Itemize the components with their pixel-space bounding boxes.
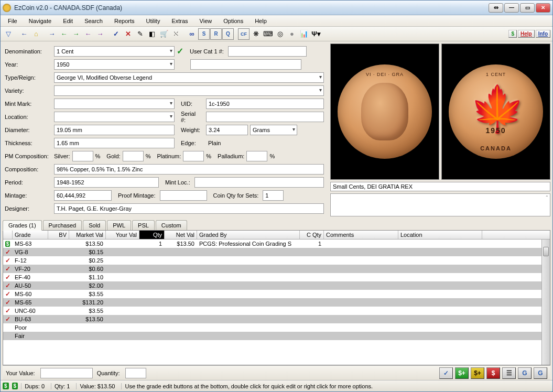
col-cqty[interactable]: C Qty — [300, 231, 324, 239]
variety-select[interactable] — [54, 85, 324, 96]
nav-forward-blue-icon[interactable]: → — [46, 28, 58, 40]
composition-input[interactable] — [54, 164, 324, 175]
maximize-button[interactable]: ▭ — [520, 3, 535, 13]
year-extra-input[interactable] — [190, 59, 301, 70]
r-box-icon[interactable]: R — [210, 28, 222, 40]
mintloc-input[interactable] — [194, 177, 324, 188]
cart-x-icon[interactable]: ⛌ — [170, 28, 182, 40]
tab-purchased[interactable]: Purchased — [43, 220, 82, 230]
nav-forward-green-icon[interactable]: → — [70, 28, 82, 40]
silver-input[interactable] — [72, 151, 93, 161]
reverse-image[interactable]: 1 CENT 🍁 1950 CANADA — [441, 43, 550, 180]
col-marketval[interactable]: Market Val — [69, 231, 106, 239]
remove-button[interactable]: $ — [486, 367, 500, 379]
nav-home-icon[interactable]: ⌂ — [30, 28, 42, 40]
tab-sold[interactable]: Sold — [83, 220, 106, 230]
col-location[interactable]: Location — [398, 231, 482, 239]
confirm-button[interactable]: ✓ — [439, 367, 453, 379]
menu-extras[interactable]: Extras — [166, 16, 193, 26]
platinum-input[interactable] — [183, 151, 204, 161]
check-icon[interactable]: ✓ — [110, 28, 122, 40]
nav-forward-purple-icon[interactable]: → — [94, 28, 106, 40]
col-icon[interactable] — [3, 231, 13, 239]
proofmint-input[interactable] — [160, 190, 207, 201]
mintage-input[interactable] — [54, 190, 112, 201]
image-notes[interactable] — [330, 193, 550, 216]
delete-icon[interactable]: ✕ — [122, 28, 134, 40]
psi-icon[interactable]: Ψ▾ — [310, 28, 322, 40]
add-green-button[interactable]: $+ — [455, 367, 469, 379]
cart-icon[interactable]: 🛒 — [158, 28, 170, 40]
chart-icon[interactable]: 📊 — [298, 28, 310, 40]
edit-icon[interactable]: ✎ — [134, 28, 146, 40]
tab-psl[interactable]: PSL — [132, 220, 155, 230]
help-button[interactable]: Help — [518, 30, 535, 38]
col-bv[interactable]: BV — [48, 231, 69, 239]
your-value-input[interactable] — [40, 368, 93, 378]
period-input[interactable] — [54, 177, 159, 188]
s-box-icon[interactable]: S — [198, 28, 210, 40]
tag-icon[interactable]: ◧ — [146, 28, 158, 40]
dollar-button[interactable]: $ — [508, 30, 517, 38]
col-comments[interactable]: Comments — [324, 231, 398, 239]
close-button[interactable]: ✕ — [536, 3, 550, 13]
thickness-input[interactable] — [54, 138, 175, 148]
table-row[interactable]: Poor — [3, 323, 550, 332]
nav-back-green-icon[interactable]: ← — [58, 28, 70, 40]
scrollbar[interactable] — [541, 239, 550, 365]
table-row[interactable]: ✓UNC-60$3.55 — [3, 307, 550, 315]
menu-search[interactable]: Search — [79, 16, 108, 26]
calc-icon[interactable]: ⌨ — [262, 28, 274, 40]
coinqty-input[interactable] — [263, 190, 284, 201]
col-qty[interactable]: Qty — [139, 231, 165, 239]
globe-icon[interactable]: ◎ — [274, 28, 286, 40]
table-row[interactable]: ✓BU-63$13.50 — [3, 315, 550, 323]
type-select[interactable] — [54, 72, 324, 83]
table-row[interactable]: $MS-63$13.501$13.50PCGS: Professional Co… — [3, 239, 550, 248]
color-icon[interactable]: ❋ — [250, 28, 262, 40]
table-row[interactable]: ✓MS-60$3.55 — [3, 290, 550, 298]
serial-input[interactable] — [206, 112, 324, 122]
table-row[interactable]: ✓VG-8$0.15 — [3, 248, 550, 256]
q-box-icon[interactable]: Q — [222, 28, 234, 40]
filter-icon[interactable]: ▽ — [3, 28, 14, 40]
menu-navigate[interactable]: Navigate — [24, 16, 57, 26]
col-netval[interactable]: Net Val — [165, 231, 197, 239]
table-row[interactable]: ✓MS-65$131.20 — [3, 298, 550, 307]
menu-reports[interactable]: Reports — [109, 16, 140, 26]
location-select[interactable] — [54, 112, 175, 122]
restore-down-icon[interactable]: ⇔ — [489, 3, 503, 13]
diameter-input[interactable] — [54, 125, 175, 135]
menu-edit[interactable]: Edit — [58, 16, 78, 26]
col-gradedby[interactable]: Graded By — [197, 231, 300, 239]
year-select[interactable] — [54, 59, 175, 70]
menu-help[interactable]: Help — [250, 16, 272, 26]
tab-pwl[interactable]: PWL — [107, 220, 131, 230]
table-row[interactable]: Fair — [3, 332, 550, 340]
table-row[interactable]: ✓EF-40$1.10 — [3, 273, 550, 281]
denomination-select[interactable] — [54, 46, 175, 57]
g2-button[interactable]: G — [534, 367, 547, 379]
infinity-icon[interactable]: ∞ — [186, 28, 198, 40]
add-yellow-button[interactable]: $+ — [471, 367, 484, 379]
tab-grades-1-[interactable]: Grades (1) — [3, 220, 42, 231]
weight-input[interactable] — [206, 125, 248, 135]
info-button[interactable]: Info — [536, 30, 550, 38]
palladium-input[interactable] — [246, 151, 267, 161]
quantity-input[interactable] — [125, 368, 146, 378]
col-grade[interactable]: Grade — [13, 231, 48, 239]
coin-icon[interactable]: ● — [286, 28, 298, 40]
g-button[interactable]: G — [518, 367, 532, 379]
weight-unit-select[interactable] — [250, 125, 297, 135]
designer-input[interactable] — [54, 203, 324, 214]
menu-utility[interactable]: Utility — [141, 16, 166, 26]
menu-options[interactable]: Options — [218, 16, 248, 26]
uid-input[interactable] — [206, 99, 324, 109]
nav-back-icon[interactable]: ← — [18, 28, 30, 40]
cf-box-icon[interactable]: CF — [238, 28, 250, 40]
nav-back-purple-icon[interactable]: ← — [82, 28, 94, 40]
gold-input[interactable] — [123, 151, 144, 161]
usercat-input[interactable] — [228, 46, 307, 57]
tab-custom[interactable]: Custom — [156, 220, 187, 230]
menu-file[interactable]: File — [3, 16, 23, 26]
